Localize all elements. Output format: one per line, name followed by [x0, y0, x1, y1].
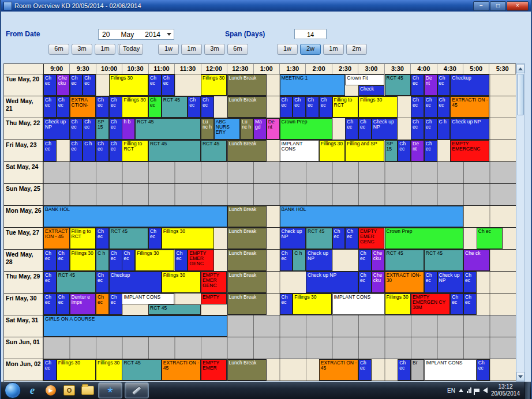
appointment-block[interactable]: EXTRACT ION-30	[385, 272, 424, 293]
appointment-block[interactable]: Crown Prep	[280, 118, 332, 140]
appointment-block[interactable]: Ch ec	[43, 74, 57, 96]
appointment-block[interactable]: Ch ec	[293, 96, 306, 118]
appointment-block[interactable]: BANK HOL	[43, 206, 227, 227]
appointment-block[interactable]: Ch ec	[411, 118, 424, 140]
day-row-track[interactable]: Ch ecCh ecFillings 30C hCh ecCh ecFillin…	[43, 250, 516, 271]
appointment-block[interactable]: De nt	[424, 74, 437, 96]
appointment-block[interactable]: Ch ec	[437, 74, 451, 96]
appointment-block[interactable]: Check	[358, 85, 385, 96]
appointment-block[interactable]: Fillings 30	[162, 272, 201, 293]
appointment-block[interactable]: Ch ec	[162, 74, 175, 96]
appointment-block[interactable]: C h	[437, 118, 451, 140]
date-year[interactable]: 2014	[141, 31, 167, 39]
appointment-block[interactable]: C h	[96, 250, 109, 271]
appointment-block[interactable]: Ch ec	[411, 74, 424, 96]
appointment-block[interactable]: De nt	[267, 118, 280, 140]
appointment-block[interactable]: RCT 45	[306, 228, 332, 249]
appointment-block[interactable]: Ch ec	[424, 140, 437, 161]
appointment-block[interactable]: Ch ec	[424, 118, 437, 140]
day-row-track[interactable]: BANK HOLLunch BreakBANK HOL	[43, 206, 516, 227]
appointment-block[interactable]: Ch ec	[450, 293, 463, 315]
appointment-block[interactable]: Ch ec	[43, 272, 57, 293]
appointment-block[interactable]: Checkup	[450, 74, 489, 96]
appointment-block[interactable]: Filling to RCT	[122, 140, 148, 161]
appointment-block[interactable]: C h	[83, 140, 96, 161]
day-row-track[interactable]: Ch ecCh ecDentur e ImpsCh ecCh ecIMPLANT…	[43, 293, 516, 315]
appointment-block[interactable]: Checkup	[109, 272, 162, 293]
range-button-3m[interactable]: 3m	[72, 44, 92, 55]
date-day[interactable]: 20	[99, 31, 118, 39]
appointment-block[interactable]: RCT 45	[57, 272, 96, 293]
day-row-track[interactable]: Ch ecCh ecEXTRA CTION-Ch ecCh ecFillings…	[43, 96, 516, 118]
appointment-block[interactable]: Ch ec	[280, 250, 293, 271]
day-row-track[interactable]	[43, 184, 516, 205]
show-desktop-button[interactable]	[524, 382, 530, 399]
appointment-block[interactable]: Che cku	[372, 272, 385, 293]
appointment-block[interactable]: RCT 45	[162, 96, 188, 118]
appointment-block[interactable]: Check up NP	[43, 118, 70, 140]
appointment-block[interactable]: Crown Prep	[385, 228, 463, 249]
start-button[interactable]	[5, 382, 21, 398]
appointment-block[interactable]: Check up NP	[306, 272, 358, 293]
appointment-block[interactable]: Fillings 30	[293, 293, 332, 315]
appointment-block[interactable]: Che cku	[372, 250, 385, 271]
appointment-block[interactable]: Ch ec	[43, 250, 57, 271]
appointment-block[interactable]: EMPTY EMER	[201, 359, 227, 381]
tray-expand-icon[interactable]	[459, 389, 463, 392]
appointment-block[interactable]: Ch ec	[43, 140, 57, 161]
appointment-block[interactable]: Dentur e Imps	[70, 293, 96, 315]
appointment-block[interactable]: Ch ec	[280, 96, 293, 118]
appointment-block[interactable]: Ch ec	[70, 74, 83, 96]
appointment-block[interactable]: Fillings 30	[358, 96, 398, 118]
scroll-down-button[interactable]	[516, 372, 524, 381]
range-button-2w[interactable]: 2w	[300, 44, 321, 55]
appointment-block[interactable]: MEETING 1	[280, 74, 346, 96]
appointment-block[interactable]: Ch ec	[424, 96, 437, 118]
volume-icon[interactable]	[483, 387, 488, 393]
network-icon[interactable]	[467, 387, 471, 393]
appointment-block[interactable]: Ch ec	[148, 96, 162, 118]
appointment-block[interactable]: Crown Fit	[345, 74, 384, 85]
appointment-block[interactable]: SP 15	[96, 118, 109, 140]
appointment-block[interactable]: Fillings 30	[96, 359, 122, 381]
action-center-flag-icon[interactable]	[475, 389, 479, 392]
day-row-track[interactable]: Ch ecChe ckuCh ecCh ecFillings 30Ch ecCh…	[43, 74, 516, 96]
appointment-block[interactable]: RCT 45	[385, 74, 411, 96]
appointment-block[interactable]: Ch ec	[70, 140, 83, 161]
appointment-block[interactable]: EMPTY EMERGENC	[450, 140, 489, 161]
outlook-icon[interactable]: O	[61, 383, 77, 397]
appointment-block[interactable]: Ch ec	[96, 272, 109, 293]
appointment-block[interactable]: Ch ec	[463, 293, 477, 315]
appointment-block[interactable]: IMPLANT CONS	[424, 359, 477, 381]
appointment-block[interactable]: Ch ec	[411, 96, 424, 118]
appointment-block[interactable]: EXTRACTI ON - 45	[319, 359, 358, 381]
media-player-icon[interactable]: ▶	[43, 383, 59, 397]
appointment-block[interactable]: SP 15	[385, 140, 398, 161]
appointment-block[interactable]: IMPLANT CONS	[332, 293, 385, 315]
range-button-2m[interactable]: 2m	[346, 44, 367, 55]
day-row-track[interactable]	[43, 337, 516, 359]
day-row-track[interactable]: GIRLS ON A COURSE	[43, 315, 516, 337]
appointment-block[interactable]: Lunch Break	[227, 96, 267, 118]
appointment-block[interactable]: Ch ec	[437, 96, 451, 118]
close-button[interactable]: ×	[507, 1, 529, 11]
appointment-block[interactable]: Fillings 30	[122, 96, 148, 118]
appointment-block[interactable]: Filling to RCT	[332, 96, 359, 118]
appointment-block[interactable]: Ch ec	[57, 250, 70, 271]
folder-icon[interactable]	[80, 383, 96, 397]
appointment-block[interactable]: Fillin g to RCT	[70, 228, 96, 249]
appointment-block[interactable]: RCT 45	[201, 140, 227, 161]
appointment-block[interactable]: Ch ec	[96, 228, 109, 249]
appointment-block[interactable]: IMPLANT CONS	[280, 140, 319, 161]
range-button-1m[interactable]: 1m	[95, 44, 115, 55]
appointment-block[interactable]: Lunch Break	[227, 206, 267, 227]
scheduler-app-taskbar-button[interactable]: *	[98, 382, 122, 398]
minimize-button[interactable]: −	[473, 1, 489, 11]
appointment-block[interactable]: Ch ec	[306, 96, 319, 118]
appointment-block[interactable]: Lunch Break	[227, 140, 267, 161]
range-button-1m[interactable]: 1m	[323, 44, 344, 55]
appointment-block[interactable]: Ch ec	[57, 96, 70, 118]
range-button-3m[interactable]: 3m	[204, 44, 225, 55]
appointment-block[interactable]: EXTRACTI ON - 45	[450, 96, 489, 118]
appointment-block[interactable]: RCT 45	[135, 118, 201, 140]
